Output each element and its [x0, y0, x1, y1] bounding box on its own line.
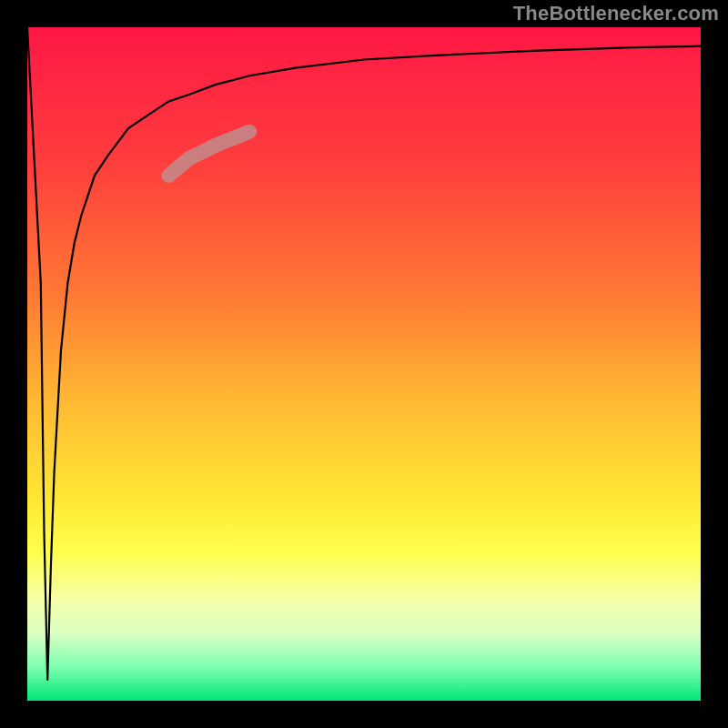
chart-svg: [27, 27, 701, 701]
chart-frame: TheBottlenecker.com: [0, 0, 728, 728]
watermark-label: TheBottlenecker.com: [513, 2, 719, 25]
plot-area: [27, 27, 701, 701]
